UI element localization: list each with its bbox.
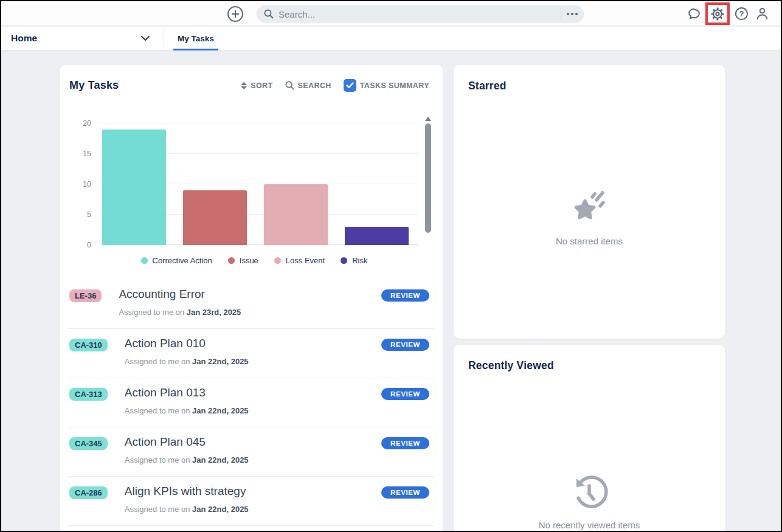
- sort-button[interactable]: SORT: [241, 81, 272, 90]
- recently-viewed-empty-text: No recently viewed items: [539, 520, 640, 530]
- task-list-scrollbar[interactable]: [424, 117, 432, 302]
- svg-text:?: ?: [739, 10, 744, 18]
- task-badge: LE-36: [69, 289, 102, 302]
- task-title-link[interactable]: Action Plan 013: [125, 386, 381, 399]
- legend-item-risk[interactable]: Risk: [341, 256, 367, 265]
- scrollbar-up-arrow-icon[interactable]: [425, 117, 431, 121]
- y-tick-label-20: 20: [69, 119, 91, 128]
- my-tasks-header: My Tasks SORT SEARCH TASKS SUMMARY: [60, 65, 443, 92]
- task-title-link[interactable]: Accounting Error: [119, 288, 381, 301]
- recently-viewed-title: Recently Viewed: [468, 359, 554, 372]
- bar-risk[interactable]: [345, 227, 409, 245]
- task-assigned-text: Assigned to me on Jan 22nd, 2025: [125, 406, 381, 415]
- legend-label-corrective-action: Corrective Action: [153, 256, 212, 265]
- assigned-prefix: Assigned to me on: [125, 505, 192, 514]
- assigned-prefix: Assigned to me on: [125, 455, 192, 465]
- home-label: Home: [11, 33, 37, 44]
- scrollbar-thumb[interactable]: [425, 123, 431, 233]
- chart-y-axis: 05101520: [69, 115, 95, 245]
- review-button[interactable]: REVIEW: [381, 388, 429, 400]
- legend-item-loss-event[interactable]: Loss Event: [274, 256, 325, 265]
- task-main: Action Plan 013Assigned to me on Jan 22n…: [125, 386, 381, 415]
- starred-empty-text: No starred items: [556, 236, 623, 246]
- bar-corrective-action[interactable]: [102, 130, 166, 245]
- task-title-link[interactable]: Action Plan 045: [125, 435, 381, 449]
- user-icon[interactable]: [752, 4, 772, 24]
- gridline-20: [100, 123, 418, 123]
- task-badge: CA-310: [69, 339, 108, 351]
- chat-icon[interactable]: [683, 4, 704, 24]
- task-row: CA-310Action Plan 010Assigned to me on J…: [60, 329, 443, 378]
- task-main: Accounting ErrorAssigned to me on Jan 23…: [119, 288, 381, 317]
- search-input[interactable]: [274, 7, 561, 21]
- home-dropdown[interactable]: Home: [1, 27, 164, 50]
- sort-label: SORT: [251, 81, 272, 90]
- legend-item-corrective-action[interactable]: Corrective Action: [141, 256, 212, 265]
- assigned-date: Jan 22nd, 2025: [192, 357, 249, 366]
- chart-plot-area: [100, 115, 418, 245]
- sort-icon: [241, 82, 247, 89]
- task-list: LE-36Accounting ErrorAssigned to me on J…: [60, 280, 443, 526]
- global-search: [257, 5, 584, 22]
- task-assigned-text: Assigned to me on Jan 22nd, 2025: [125, 505, 381, 514]
- assigned-prefix: Assigned to me on: [119, 308, 186, 317]
- y-tick-label-0: 0: [69, 241, 91, 249]
- tab-my-tasks[interactable]: My Tasks: [173, 27, 218, 50]
- y-tick-label-10: 10: [69, 180, 91, 188]
- task-main: Action Plan 045Assigned to me on Jan 22n…: [125, 435, 381, 465]
- legend-dot-issue: [228, 257, 235, 264]
- nav-divider: [164, 29, 164, 47]
- recently-viewed-empty-state: No recently viewed items: [454, 474, 725, 530]
- chevron-down-icon: [140, 35, 150, 41]
- legend-item-issue[interactable]: Issue: [228, 256, 258, 265]
- starred-title: Starred: [468, 80, 507, 92]
- assigned-prefix: Assigned to me on: [125, 406, 192, 415]
- tasks-summary-toggle[interactable]: TASKS SUMMARY: [344, 79, 429, 92]
- my-tasks-card: My Tasks SORT SEARCH TASKS SUMMARY 05101…: [60, 65, 443, 532]
- search-tasks-button[interactable]: SEARCH: [285, 81, 331, 90]
- legend-label-issue: Issue: [240, 256, 258, 265]
- search-icon: [264, 9, 274, 19]
- review-button[interactable]: REVIEW: [381, 437, 429, 449]
- review-button[interactable]: REVIEW: [381, 486, 429, 499]
- more-options-icon[interactable]: [561, 6, 583, 22]
- task-row: CA-345Action Plan 045Assigned to me on J…: [60, 427, 443, 477]
- y-tick-label-15: 15: [69, 150, 91, 158]
- recently-viewed-card: Recently Viewed No recently viewed items: [454, 345, 725, 532]
- task-badge: CA-286: [69, 486, 108, 499]
- magnifier-icon: [285, 81, 294, 90]
- help-icon[interactable]: ?: [731, 4, 752, 24]
- settings-highlight-box: [705, 2, 730, 25]
- gear-icon[interactable]: [709, 5, 726, 22]
- assigned-date: Jan 23rd, 2025: [187, 308, 241, 317]
- add-button[interactable]: [227, 6, 243, 22]
- assigned-date: Jan 22nd, 2025: [192, 455, 249, 465]
- starred-empty-state: No starred items: [454, 190, 725, 246]
- top-right-icons: ?: [683, 1, 772, 26]
- task-title-link[interactable]: Action Plan 010: [125, 337, 381, 350]
- review-button[interactable]: REVIEW: [381, 289, 429, 302]
- assigned-date: Jan 22nd, 2025: [192, 505, 249, 514]
- legend-dot-risk: [341, 257, 347, 264]
- task-row: CA-313Action Plan 013Assigned to me on J…: [60, 378, 443, 427]
- assigned-prefix: Assigned to me on: [125, 357, 192, 366]
- chart-legend: Corrective ActionIssueLoss EventRisk: [60, 256, 443, 265]
- page-title: My Tasks: [69, 79, 229, 92]
- review-button[interactable]: REVIEW: [381, 339, 429, 351]
- task-assigned-text: Assigned to me on Jan 23rd, 2025: [119, 308, 381, 317]
- tasks-summary-label: TASKS SUMMARY: [360, 81, 429, 90]
- nav-bar: Home My Tasks: [1, 27, 781, 50]
- checkbox-checked-icon: [344, 79, 356, 92]
- tasks-summary-chart: 05101520: [69, 115, 443, 245]
- starred-card: Starred No starred items: [454, 65, 725, 339]
- bar-loss-event[interactable]: [264, 184, 328, 245]
- task-assigned-text: Assigned to me on Jan 22nd, 2025: [125, 455, 381, 465]
- task-title-link[interactable]: Align KPIs with strategy: [125, 485, 381, 498]
- bar-issue[interactable]: [183, 190, 247, 245]
- shooting-star-icon: [570, 190, 609, 226]
- tab-label: My Tasks: [178, 34, 214, 43]
- search-label: SEARCH: [298, 81, 331, 90]
- legend-label-risk: Risk: [352, 256, 367, 265]
- task-badge: CA-313: [69, 388, 108, 401]
- legend-label-loss-event: Loss Event: [286, 256, 325, 265]
